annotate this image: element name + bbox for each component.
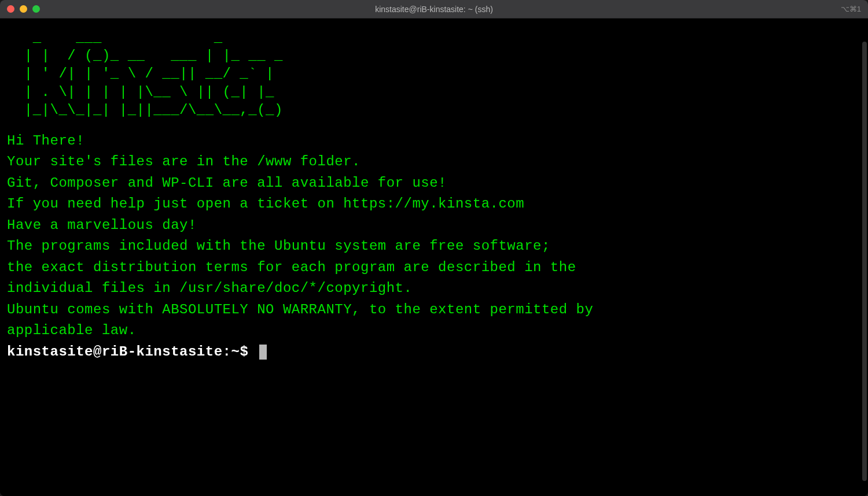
window-title: kinstasite@riB-kinstasite: ~ (ssh) <box>375 5 493 14</box>
keyboard-shortcut-label: ⌥⌘1 <box>841 5 861 13</box>
motd-line: the exact distribution terms for each pr… <box>7 257 861 278</box>
maximize-button[interactable] <box>32 5 40 13</box>
motd-line: Have a marvellous day! <box>7 215 861 236</box>
ascii-banner: _ ___ _ | | / (_)_ __ ___ | |_ __ _ | ' … <box>7 29 861 119</box>
prompt-symbol: $ <box>240 344 257 360</box>
motd-line: applicable law. <box>7 320 861 341</box>
motd-line: Hi There! <box>7 131 861 151</box>
prompt-user-host: kinstasite@riB-kinstasite <box>7 344 223 360</box>
motd-line: Git, Composer and WP-CLI are all availab… <box>7 173 861 194</box>
close-button[interactable] <box>7 5 14 13</box>
motd-line: If you need help just open a ticket on h… <box>7 194 861 214</box>
terminal-window: kinstasite@riB-kinstasite: ~ (ssh) ⌥⌘1 _… <box>0 0 868 496</box>
motd-line: Your site's files are in the /www folder… <box>7 151 861 172</box>
shell-prompt[interactable]: kinstasite@riB-kinstasite:~$ <box>7 342 861 362</box>
motd-line: Ubuntu comes with ABSOLUTELY NO WARRANTY… <box>7 299 861 320</box>
prompt-path: ~ <box>231 344 240 360</box>
terminal-content[interactable]: _ ___ _ | | / (_)_ __ ___ | |_ __ _ | ' … <box>0 18 868 496</box>
prompt-separator: : <box>223 344 231 360</box>
minimize-button[interactable] <box>20 5 27 13</box>
scrollbar[interactable] <box>862 42 867 481</box>
motd-line: The programs included with the Ubuntu sy… <box>7 236 861 257</box>
motd-line: individual files in /usr/share/doc/*/cop… <box>7 278 861 299</box>
traffic-lights <box>7 5 40 13</box>
titlebar: kinstasite@riB-kinstasite: ~ (ssh) ⌥⌘1 <box>0 0 868 18</box>
cursor-icon <box>259 345 267 360</box>
